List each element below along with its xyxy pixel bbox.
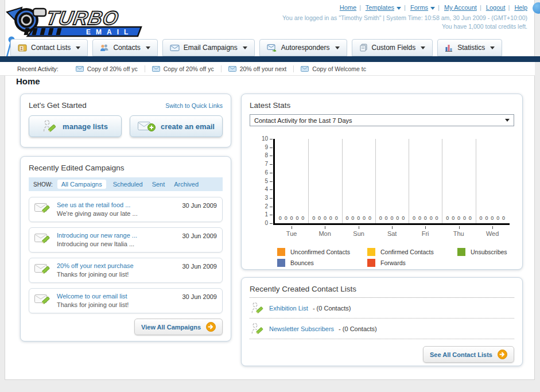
nav-link-templates[interactable]: Templates [366,4,401,11]
header-right: Home| Templates| Forms| My Account| Logo… [282,3,527,31]
tab-autoresponders[interactable]: Autoresponders [259,39,347,56]
recent-activity-item[interactable]: Copy of Welcome tc [294,65,373,72]
recent-activity-label: Recent Activity: [17,65,59,72]
y-tick-label: 3 [255,195,268,201]
create-email-button[interactable]: create an email [130,115,223,137]
legend-swatch [367,248,375,256]
campaign-subject: Introducing our new Italia ... [57,240,134,247]
campaign-date: 30 Jun 2009 [182,262,217,270]
switch-quick-links[interactable]: Switch to Quick Links [165,102,223,109]
data-value-label: 0 [463,215,466,221]
contact-list-link[interactable]: Exhibition List [269,305,308,312]
envelope-pencil-icon [34,292,52,306]
recent-activity-item[interactable]: Copy of 20% off yc [69,65,145,72]
filter-all-campaigns[interactable]: All Campaigns [57,180,106,189]
chevron-down-icon [76,46,80,49]
tab-email-campaigns[interactable]: Email Campaigns [162,39,255,56]
envelope-pencil-icon [34,201,52,215]
data-value-labels: 00000 [309,215,340,221]
credits-remaining: You have 1,000 total credits left. [282,22,527,31]
y-tick-mark [270,189,273,190]
filter-scheduled[interactable]: Scheduled [113,181,143,188]
logo-subtitle-text: EMAIL [86,28,133,36]
contact-list-count: - (0 Contacts) [339,325,377,332]
campaign-link[interactable]: 20% off your next purchase [57,262,134,269]
see-all-contact-lists-button[interactable]: See All Contact Lists [423,346,514,363]
person-pencil-icon [42,119,57,134]
arrow-right-icon [206,322,216,332]
data-value-label: 0 [379,215,382,221]
filter-sent[interactable]: Sent [152,181,165,188]
campaign-link[interactable]: Introducing our new range ... [57,232,137,239]
recent-activity-item[interactable]: 20% off your next [222,65,294,72]
data-value-label: 0 [469,215,472,221]
campaign-date: 30 Jun 2009 [182,292,217,300]
tab-statistics[interactable]: Statistics [437,39,502,56]
data-value-label: 0 [496,215,499,221]
data-value-label: 0 [285,215,288,221]
x-tick-mark [392,226,393,229]
campaign-row[interactable]: Introducing our new range ... Introducin… [29,227,223,253]
y-tick-label: 8 [255,152,268,158]
data-value-label: 0 [436,215,438,221]
tab-contacts[interactable]: Contacts [92,39,157,56]
latest-stats-panel: Latest Stats Contact Activity for the La… [241,94,523,270]
envelope-icon [152,66,160,72]
manage-lists-button[interactable]: manage lists [29,115,122,137]
nav-link-my-account[interactable]: My Account [444,4,477,11]
data-value-label: 0 [329,215,332,221]
y-tick-label: 1 [255,211,268,218]
x-tick-mark [292,226,292,229]
data-value-label: 0 [491,215,494,221]
contact-list-item[interactable]: Exhibition List - (0 Contacts) [250,298,514,319]
tab-custom-fields[interactable]: Custom Fields [352,39,433,56]
campaigns-title: Recently Edited Campaigns [29,164,223,172]
y-tick-mark [270,207,273,207]
chevron-down-icon [421,46,425,49]
login-status: You are logged in as "Timothy Smith" | S… [282,14,527,22]
chart-day-group: 00000 [308,139,341,223]
view-all-campaigns-button[interactable]: View All Campaigns [134,319,223,335]
campaign-row[interactable]: Welcome to our email list Thanks for joi… [29,288,223,313]
data-value-labels: 00000 [343,215,374,221]
nav-separator: | [480,4,481,11]
data-value-label: 0 [279,215,282,221]
campaign-row[interactable]: 20% off your next purchase Thanks for jo… [29,258,223,283]
manage-lists-label: manage lists [63,122,108,131]
legend-label: Unconfirmed Contacts [290,249,350,255]
tab-label: Custom Fields [372,44,416,52]
stats-period-select[interactable]: Contact Activity for the Last 7 Days [250,114,514,126]
envelope-plus-icon [138,121,156,133]
arrow-right-icon [498,350,507,359]
campaign-row[interactable]: See us at the retail food ... We're givi… [29,197,223,222]
legend-swatch [277,248,285,256]
get-started-title: Let's Get Started [29,101,87,110]
campaign-link[interactable]: See us at the retail food ... [57,201,130,208]
nav-link-logout[interactable]: Logout [486,4,506,11]
contact-list-link[interactable]: Newsletter Subscribers [269,325,334,332]
filter-archived[interactable]: Archived [174,181,199,188]
envelope-icon [301,66,309,72]
nav-separator: | [404,4,406,11]
data-value-label: 0 [402,215,405,221]
campaign-subject: Thanks for joining our list! [57,301,129,308]
campaign-subject: We're giving away our late ... [57,210,138,217]
show-label: SHOW: [33,181,53,188]
y-tick-label: 2 [255,203,268,209]
help-bubble-icon[interactable] [533,2,540,14]
legend-swatch [367,259,375,267]
tab-contact-lists[interactable]: Contact Lists [10,39,88,56]
chart-day-group: 00000 [275,139,308,223]
campaign-link[interactable]: Welcome to our email list [57,293,127,300]
contact-list-item[interactable]: Newsletter Subscribers - (0 Contacts) [250,319,514,339]
data-value-label: 0 [357,215,360,221]
nav-link-forms[interactable]: Forms [410,4,435,11]
chevron-down-icon [490,46,495,49]
main-nav-tabs: Contact Lists Contacts Email Campaigns A… [10,39,502,56]
campaign-filter-bar: SHOW: All Campaigns Scheduled Sent Archi… [29,177,223,191]
statistics-icon [445,44,453,52]
nav-link-help[interactable]: Help [514,4,527,11]
data-value-label: 0 [296,215,298,221]
nav-link-home[interactable]: Home [340,4,356,11]
recent-activity-item[interactable]: Copy of 20% off yc [145,65,222,72]
